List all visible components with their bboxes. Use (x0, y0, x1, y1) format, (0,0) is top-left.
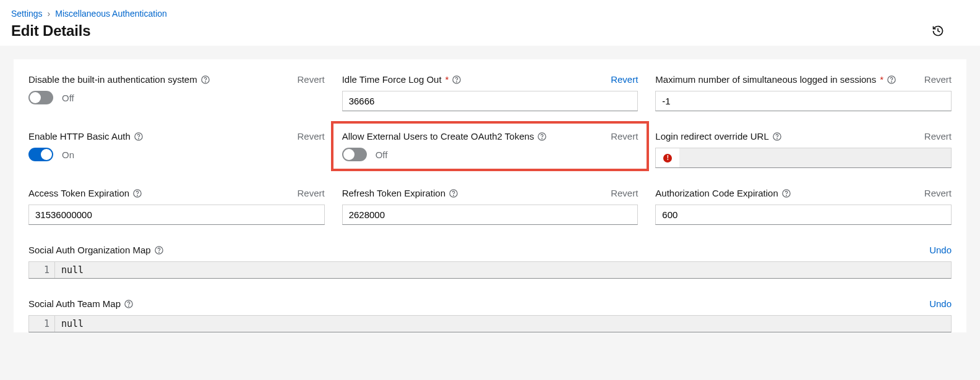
field-label: Refresh Token Expiration (342, 188, 445, 198)
revert-button[interactable]: Revert (297, 131, 324, 141)
toggle-state-label: On (62, 150, 74, 160)
field-idle-time: Idle Time Force Log Out * Revert (342, 74, 638, 111)
field-label: Login redirect override URL (655, 131, 768, 141)
svg-point-7 (138, 138, 139, 139)
breadcrumb: Settings › Miscellaneous Authentication (11, 9, 969, 19)
revert-button[interactable]: Revert (924, 188, 952, 198)
toggle-disable-builtin[interactable] (28, 91, 53, 104)
field-label: Maximum number of simultaneous logged in… (655, 74, 876, 85)
help-icon[interactable] (887, 75, 896, 84)
toggle-state-label: Off (62, 93, 74, 103)
field-social-team-map: Social Auth Team Map Undo 1 null (28, 298, 952, 332)
code-editor-team-map[interactable]: 1 null (28, 315, 952, 332)
undo-button[interactable]: Undo (929, 245, 952, 255)
content-area: Disable the built-in authentication syst… (0, 46, 980, 366)
field-label: Disable the built-in authentication syst… (28, 74, 197, 85)
undo-button[interactable]: Undo (929, 298, 952, 309)
field-label: Social Auth Team Map (28, 298, 121, 309)
svg-point-11 (776, 138, 777, 139)
refresh-token-input[interactable] (342, 205, 638, 225)
svg-point-17 (786, 195, 786, 196)
code-editor-org-map[interactable]: 1 null (28, 261, 952, 279)
idle-time-input[interactable] (342, 91, 638, 111)
field-auth-code: Authorization Code Expiration Revert (655, 188, 952, 225)
login-redirect-input[interactable] (679, 148, 952, 168)
revert-button[interactable]: Revert (611, 188, 638, 198)
field-basic-auth: Enable HTTP Basic Auth Revert On (28, 131, 325, 168)
svg-point-5 (892, 82, 892, 82)
field-label: Allow External Users to Create OAuth2 To… (342, 131, 535, 141)
error-icon: ! (663, 154, 672, 163)
field-label: Social Auth Organization Map (28, 245, 151, 255)
svg-point-13 (137, 195, 138, 196)
field-social-org-map: Social Auth Organization Map Undo 1 null (28, 245, 952, 279)
svg-point-1 (205, 82, 205, 82)
auth-code-input[interactable] (655, 205, 952, 225)
line-number: 1 (29, 316, 55, 332)
required-indicator: * (880, 74, 883, 85)
svg-point-15 (453, 195, 454, 196)
field-label: Enable HTTP Basic Auth (28, 131, 131, 141)
field-login-redirect: Login redirect override URL Revert ! (655, 131, 952, 168)
revert-button[interactable]: Revert (924, 131, 952, 141)
field-max-sessions: Maximum number of simultaneous logged in… (655, 74, 952, 111)
history-icon[interactable] (932, 25, 944, 37)
field-label: Authorization Code Expiration (655, 188, 778, 198)
page-header: Settings › Miscellaneous Authentication … (0, 0, 980, 46)
breadcrumb-misc-auth[interactable]: Miscellaneous Authentication (55, 9, 167, 19)
breadcrumb-settings[interactable]: Settings (11, 9, 43, 19)
line-number: 1 (29, 262, 55, 278)
revert-button[interactable]: Revert (611, 131, 638, 141)
max-sessions-input[interactable] (655, 91, 952, 111)
help-icon[interactable] (124, 300, 133, 308)
breadcrumb-separator: › (48, 9, 51, 19)
field-oauth-external: Allow External Users to Create OAuth2 To… (342, 131, 638, 168)
field-refresh-token: Refresh Token Expiration Revert (342, 188, 638, 225)
toggle-oauth-external[interactable] (342, 148, 367, 161)
revert-button[interactable]: Revert (297, 188, 324, 198)
page-title: Edit Details (11, 22, 90, 40)
help-icon[interactable] (134, 132, 143, 141)
revert-button[interactable]: Revert (611, 74, 638, 85)
settings-panel: Disable the built-in authentication syst… (14, 59, 966, 332)
help-icon[interactable] (449, 189, 458, 198)
code-content[interactable]: null (55, 316, 951, 332)
access-token-input[interactable] (28, 205, 325, 225)
url-error-indicator: ! (655, 148, 679, 168)
revert-button[interactable]: Revert (924, 74, 952, 85)
field-label: Idle Time Force Log Out (342, 74, 442, 85)
svg-point-19 (158, 252, 159, 253)
help-icon[interactable] (782, 189, 791, 198)
help-icon[interactable] (133, 189, 142, 198)
required-indicator: * (445, 74, 449, 85)
field-label: Access Token Expiration (28, 188, 129, 198)
field-disable-builtin: Disable the built-in authentication syst… (28, 74, 325, 111)
help-icon[interactable] (773, 132, 781, 141)
help-icon[interactable] (538, 132, 546, 141)
code-content[interactable]: null (55, 262, 951, 278)
svg-point-9 (542, 138, 543, 139)
svg-point-21 (129, 306, 129, 306)
highlight-box: Allow External Users to Create OAuth2 To… (331, 121, 650, 171)
help-icon[interactable] (452, 75, 461, 84)
svg-point-3 (457, 82, 457, 82)
toggle-basic-auth[interactable] (28, 148, 53, 161)
revert-button[interactable]: Revert (297, 74, 324, 85)
field-access-token: Access Token Expiration Revert (28, 188, 325, 225)
help-icon[interactable] (155, 246, 163, 255)
toggle-state-label: Off (376, 150, 388, 160)
help-icon[interactable] (201, 75, 210, 84)
